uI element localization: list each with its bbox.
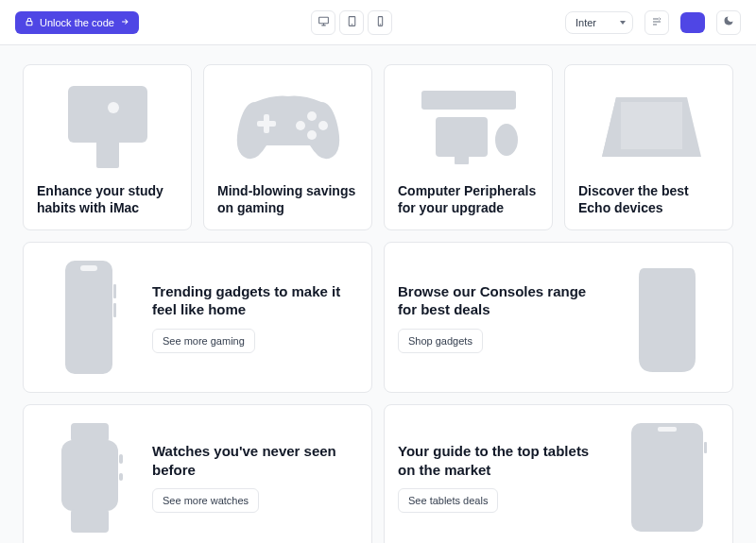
svg-rect-30 — [704, 442, 707, 453]
card-gaming[interactable]: Mind-blowing savings on gaming — [203, 64, 372, 230]
echo-device-icon — [578, 78, 719, 173]
content-area: Enhance your study habits with iMac Mind… — [0, 45, 756, 543]
tablet-device-icon — [615, 418, 719, 536]
svg-rect-22 — [648, 268, 686, 363]
shop-gadgets-button[interactable]: Shop gadgets — [398, 329, 483, 353]
svg-rect-21 — [113, 303, 116, 317]
card-tablets[interactable]: Your guide to the top tablets on the mar… — [384, 404, 733, 543]
card-title: Enhance your study habits with iMac — [37, 182, 178, 216]
see-tablets-deals-button[interactable]: See tablets deals — [398, 488, 498, 513]
svg-rect-14 — [421, 91, 516, 110]
rtl-toggle-button[interactable] — [644, 10, 669, 35]
card-trending-gadgets[interactable]: Trending gadgets to make it feel like ho… — [23, 242, 372, 393]
card-title: Trending gadgets to make it feel like ho… — [152, 282, 358, 319]
see-more-watches-button[interactable]: See more watches — [152, 488, 259, 513]
controller-icon — [217, 78, 358, 173]
card-title: Mind-blowing savings on gaming — [217, 182, 358, 216]
svg-rect-15 — [436, 117, 488, 157]
svg-rect-25 — [71, 509, 109, 533]
svg-rect-13 — [264, 114, 269, 133]
card-title: Browse our Consoles range for best deals — [398, 282, 604, 319]
console-icon — [615, 256, 719, 379]
card-watches[interactable]: Watches you've never seen before See mor… — [23, 404, 372, 543]
accent-color-picker[interactable] — [680, 12, 705, 33]
card-title: Discover the best Echo devices — [578, 182, 719, 216]
card-imac[interactable]: Enhance your study habits with iMac — [23, 64, 192, 230]
see-more-gaming-button[interactable]: See more gaming — [152, 329, 255, 353]
moon-icon — [723, 15, 734, 29]
svg-rect-20 — [113, 284, 116, 298]
tablet-icon — [346, 15, 358, 30]
desktop-preview-button[interactable] — [311, 10, 335, 35]
svg-point-8 — [307, 111, 317, 121]
svg-rect-27 — [119, 473, 123, 481]
svg-rect-28 — [631, 423, 703, 532]
svg-rect-16 — [455, 155, 469, 164]
unlock-code-button[interactable]: Unlock the code — [15, 11, 139, 34]
unlock-code-label: Unlock the code — [40, 17, 114, 28]
mobile-preview-button[interactable] — [368, 10, 392, 35]
card-consoles[interactable]: Browse our Consoles range for best deals… — [384, 242, 733, 393]
svg-point-17 — [495, 124, 518, 156]
svg-rect-1 — [319, 17, 329, 24]
svg-rect-29 — [658, 427, 677, 432]
imac-icon — [37, 78, 178, 173]
svg-point-3 — [352, 24, 352, 25]
lock-icon — [25, 17, 34, 28]
cards-row-3: Watches you've never seen before See mor… — [23, 404, 733, 543]
cards-row-2: Trending gadgets to make it feel like ho… — [23, 242, 733, 393]
font-select[interactable]: Inter — [565, 11, 633, 34]
svg-rect-7 — [96, 128, 119, 168]
theme-toggle-button[interactable] — [716, 10, 741, 35]
watch-icon — [37, 418, 141, 536]
tablet-preview-button[interactable] — [339, 10, 364, 35]
svg-rect-26 — [119, 454, 123, 464]
font-select-wrap: Inter — [565, 11, 633, 34]
cards-row-1: Enhance your study habits with iMac Mind… — [23, 64, 733, 230]
card-title: Watches you've never seen before — [152, 442, 358, 479]
device-preview-group — [311, 10, 392, 35]
card-echo[interactable]: Discover the best Echo devices — [564, 64, 733, 230]
peripherals-icon — [398, 78, 539, 173]
svg-point-11 — [307, 130, 317, 140]
svg-rect-0 — [26, 21, 32, 25]
arrow-right-icon — [120, 17, 129, 28]
svg-point-10 — [296, 121, 305, 130]
desktop-icon — [318, 15, 330, 30]
topbar: Unlock the code Inter — [0, 0, 756, 45]
mobile-icon — [374, 15, 387, 30]
phone-icon — [37, 256, 141, 379]
svg-rect-18 — [65, 261, 112, 374]
card-title: Computer Peripherals for your upgrade — [398, 182, 539, 216]
svg-point-5 — [380, 24, 381, 25]
svg-rect-23 — [71, 423, 109, 442]
svg-rect-19 — [80, 265, 97, 271]
rtl-icon — [651, 16, 662, 29]
svg-rect-24 — [61, 440, 118, 511]
svg-point-9 — [318, 121, 328, 130]
card-title: Your guide to the top tablets on the mar… — [398, 442, 604, 479]
card-peripherals[interactable]: Computer Peripherals for your upgrade — [384, 64, 553, 230]
